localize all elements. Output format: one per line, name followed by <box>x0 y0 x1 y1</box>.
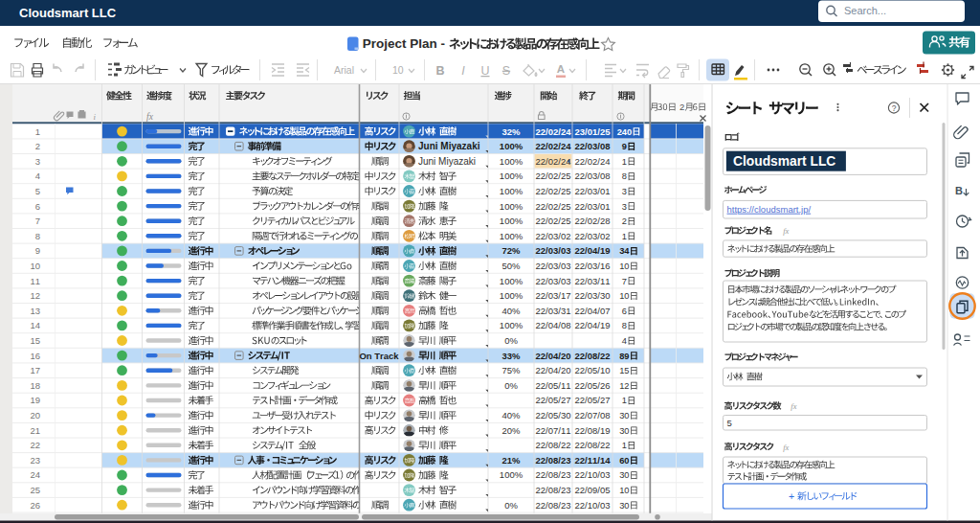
svg-text:1: 1 <box>35 126 40 137</box>
svg-text:22/10/03: 22/10/03 <box>575 469 611 480</box>
svg-text:fx: fx <box>783 443 789 452</box>
svg-text:22/02/24: 22/02/24 <box>575 156 611 167</box>
svg-text:22/04/19: 22/04/19 <box>575 320 611 330</box>
svg-text:14: 14 <box>30 320 40 330</box>
svg-text:3: 3 <box>622 187 627 196</box>
svg-text:10: 10 <box>619 291 629 301</box>
svg-text:22/05/10: 22/05/10 <box>575 365 611 375</box>
svg-text:12: 12 <box>30 290 40 301</box>
svg-text:30: 30 <box>619 470 629 480</box>
svg-text:22/07/11: 22/07/11 <box>536 425 571 436</box>
svg-text:15: 15 <box>30 335 40 346</box>
svg-text:?: ? <box>892 103 897 113</box>
svg-text:72%: 72% <box>501 245 521 256</box>
svg-text:0%: 0% <box>504 380 518 391</box>
svg-text:Arial: Arial <box>334 64 354 76</box>
svg-text:22/05/27: 22/05/27 <box>575 395 611 405</box>
svg-text:23: 23 <box>30 455 40 466</box>
svg-text:22/08/22: 22/08/22 <box>536 440 571 450</box>
svg-text:240: 240 <box>617 127 633 137</box>
svg-text:13: 13 <box>30 306 40 316</box>
svg-text:22/11/14: 22/11/14 <box>575 455 612 466</box>
svg-text:21: 21 <box>30 425 40 436</box>
svg-text:22/03/02: 22/03/02 <box>575 231 611 241</box>
svg-text:89: 89 <box>619 352 629 361</box>
svg-text:2: 2 <box>622 216 627 226</box>
svg-text:22/03/08: 22/03/08 <box>575 171 611 181</box>
svg-text:I: I <box>461 64 465 78</box>
svg-text:Cloudsmart LLC: Cloudsmart LLC <box>733 154 835 169</box>
svg-text:100%: 100% <box>500 201 523 212</box>
svg-text:30: 30 <box>619 501 629 511</box>
svg-text:5: 5 <box>35 186 40 196</box>
svg-text:12: 12 <box>619 381 629 391</box>
svg-text:22/08/23: 22/08/23 <box>536 485 571 495</box>
svg-text:9: 9 <box>35 245 40 256</box>
svg-text:20: 20 <box>30 410 40 421</box>
svg-text:2: 2 <box>35 141 40 151</box>
svg-text:22/02/28: 22/02/28 <box>575 216 611 226</box>
svg-text:22/05/27: 22/05/27 <box>536 395 571 405</box>
svg-text:22/03/08: 22/03/08 <box>575 141 611 151</box>
svg-text:7: 7 <box>35 216 40 226</box>
svg-text:8: 8 <box>622 171 627 181</box>
svg-text:40%: 40% <box>501 410 521 421</box>
svg-text:22/08/22: 22/08/22 <box>575 351 611 361</box>
svg-text:5: 5 <box>727 418 732 428</box>
svg-text:23/01/25: 23/01/25 <box>575 126 612 137</box>
svg-text:22/03/11: 22/03/11 <box>575 276 611 286</box>
svg-text:Search...: Search... <box>844 5 886 16</box>
svg-text:22/03/03: 22/03/03 <box>536 276 571 286</box>
svg-text:19: 19 <box>30 395 40 405</box>
svg-text:22/03/03: 22/03/03 <box>536 261 571 271</box>
svg-text:22/02/25: 22/02/25 <box>536 201 571 212</box>
svg-text:100%: 100% <box>500 171 523 181</box>
svg-text:33%: 33% <box>501 351 521 361</box>
svg-text:6: 6 <box>622 307 627 316</box>
svg-text:22/03/30: 22/03/30 <box>575 290 611 301</box>
svg-text:22/10/03: 22/10/03 <box>575 500 611 511</box>
svg-text:17: 17 <box>30 365 40 375</box>
svg-text:S: S <box>502 64 510 78</box>
svg-text:22/03/31: 22/03/31 <box>536 306 571 316</box>
svg-text:100%: 100% <box>500 141 523 151</box>
svg-text:11: 11 <box>30 276 40 286</box>
svg-text:22/03/03: 22/03/03 <box>536 245 571 256</box>
svg-text:10: 10 <box>619 486 629 495</box>
svg-text:50%: 50% <box>501 261 521 271</box>
svg-text:16: 16 <box>30 351 40 361</box>
svg-text:Project Plan -: Project Plan - <box>363 36 445 51</box>
svg-text:6: 6 <box>35 201 40 212</box>
svg-text:22/08/23: 22/08/23 <box>536 500 571 511</box>
svg-text:8: 8 <box>35 231 40 241</box>
svg-text:22/07/08: 22/07/08 <box>575 410 611 421</box>
svg-text:25: 25 <box>30 485 40 495</box>
svg-text:40%: 40% <box>501 306 521 316</box>
svg-text:Cloudsmart LLC: Cloudsmart LLC <box>19 6 117 20</box>
svg-text:22/04/20: 22/04/20 <box>536 351 571 361</box>
svg-text:22/03/16: 22/03/16 <box>575 261 611 271</box>
svg-text:34: 34 <box>619 246 630 256</box>
svg-text:100%: 100% <box>500 469 523 480</box>
svg-text:100%: 100% <box>500 231 523 241</box>
svg-text:15: 15 <box>619 366 629 375</box>
svg-text:100%: 100% <box>500 186 523 196</box>
svg-text:Juni Miyazaki: Juni Miyazaki <box>418 156 476 167</box>
svg-text:Juni Miyazaki: Juni Miyazaki <box>418 141 480 151</box>
svg-text:32%: 32% <box>501 126 521 137</box>
svg-text:30: 30 <box>619 411 629 421</box>
svg-text:9: 9 <box>622 142 627 151</box>
svg-text:+: + <box>789 490 794 502</box>
svg-text:1: 1 <box>622 441 627 450</box>
svg-text:100%: 100% <box>500 320 523 330</box>
svg-text:A: A <box>557 63 565 75</box>
svg-text:2: 2 <box>679 102 684 112</box>
svg-text:22/02/24: 22/02/24 <box>536 141 572 151</box>
svg-text:22/09/05: 22/09/05 <box>575 485 611 495</box>
svg-text:22/04/20: 22/04/20 <box>536 365 571 375</box>
svg-text:22/04/07: 22/04/07 <box>575 306 611 316</box>
svg-text:B: B <box>435 64 444 78</box>
svg-text:On Track: On Track <box>359 351 399 361</box>
svg-text:22/05/30: 22/05/30 <box>536 410 571 421</box>
svg-text:22: 22 <box>30 440 40 450</box>
